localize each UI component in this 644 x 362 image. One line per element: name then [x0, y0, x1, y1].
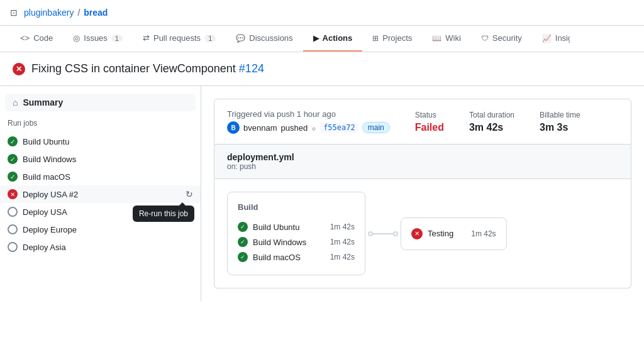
billing-value: 3m 3s	[540, 122, 580, 133]
connector-right-circle	[393, 231, 398, 236]
flow-job-time: 1m 42s	[330, 222, 355, 231]
success-icon: ✓	[238, 237, 248, 247]
flow-job-name: Build macOS	[253, 253, 301, 262]
job-name: Build macOS	[23, 172, 70, 182]
fail-icon: ✕	[8, 189, 18, 199]
nav-tabs: <> Code ◎ Issues 1 ⇄ Pull requests 1 💬 D…	[0, 26, 644, 52]
duration-value: 3m 42s	[469, 122, 514, 133]
tab-insights[interactable]: 📈 Insights	[532, 26, 570, 52]
flow-job-time: 1m 42s	[330, 253, 355, 261]
tab-issues[interactable]: ◎ Issues 1	[63, 26, 133, 52]
skip-icon	[8, 224, 18, 234]
code-icon: <>	[20, 33, 30, 43]
skip-icon	[8, 242, 18, 252]
rerun-icon[interactable]: ↻	[186, 189, 193, 199]
job-item-deploy-asia[interactable]: Deploy Asia	[0, 238, 201, 256]
test-fail-icon: ✕	[411, 228, 423, 239]
connector-line	[370, 233, 396, 234]
connector-left-circle	[368, 231, 373, 236]
job-name: Build Windows	[23, 155, 76, 164]
home-icon: ⌂	[13, 97, 18, 107]
job-item-deploy-usa-2[interactable]: ✕ Deploy USA #2 ↻ Re-run this job	[0, 185, 201, 203]
skip-icon	[8, 207, 18, 217]
repo-icon: ⊡	[10, 8, 18, 18]
flow-job-name: Build Ubuntu	[253, 222, 299, 232]
security-icon: 🛡	[481, 34, 489, 43]
pr-link[interactable]: #124	[239, 62, 264, 75]
page-header: ✕ Fixing CSS in container ViewComponent …	[0, 52, 644, 86]
push-info: B bvennam pushed ⬦ f55ea72 main	[227, 121, 390, 134]
rerun-tooltip: Re-run this job	[133, 206, 194, 222]
fail-status-icon: ✕	[13, 63, 25, 75]
workflow-trigger: on: push	[227, 162, 618, 171]
repo-slash: /	[77, 8, 80, 18]
trigger-col-push: Triggered via push 1 hour ago B bvennam …	[227, 109, 390, 134]
job-name: Deploy USA #2	[23, 190, 78, 199]
job-item-build-ubuntu[interactable]: ✓ Build Ubuntu	[0, 133, 201, 150]
test-node-name: Testing	[428, 229, 453, 238]
top-bar: ⊡ pluginbakery / bread	[0, 0, 644, 26]
pull-requests-icon: ⇄	[143, 33, 150, 43]
sidebar-summary-item[interactable]: ⌂ Summary	[5, 94, 196, 111]
flow-job-name: Build Windows	[253, 238, 306, 247]
flow-job-build-windows: ✓ Build Windows 1m 42s	[238, 234, 355, 250]
success-icon: ✓	[8, 172, 18, 182]
content-area: Triggered via push 1 hour ago B bvennam …	[201, 86, 644, 301]
commit-hash[interactable]: f55ea72	[320, 123, 358, 133]
discussions-icon: 💬	[236, 34, 245, 43]
tab-actions[interactable]: ▶ Actions	[303, 26, 363, 52]
tab-projects[interactable]: ⊞ Projects	[362, 26, 422, 52]
tab-pull-requests[interactable]: ⇄ Pull requests 1	[133, 26, 226, 52]
sidebar: ⌂ Summary Run jobs ✓ Build Ubuntu ✓ Buil…	[0, 86, 201, 301]
run-jobs-label: Run jobs	[0, 116, 201, 133]
flow-job-build-macos: ✓ Build macOS 1m 42s	[238, 250, 355, 265]
workflow-header: deployment.yml on: push	[214, 145, 631, 179]
repo-name-link[interactable]: bread	[84, 8, 108, 18]
tab-wiki[interactable]: 📖 Wiki	[422, 26, 471, 52]
success-icon: ✓	[238, 252, 248, 262]
main-layout: ⌂ Summary Run jobs ✓ Build Ubuntu ✓ Buil…	[0, 86, 644, 301]
tab-discussions[interactable]: 💬 Discussions	[226, 26, 303, 52]
job-item-build-macos[interactable]: ✓ Build macOS	[0, 168, 201, 185]
success-icon: ✓	[8, 136, 18, 146]
job-name: Build Ubuntu	[23, 137, 69, 146]
job-name: Deploy Europe	[23, 225, 77, 234]
flow-node-testing: ✕ Testing 1m 42s	[401, 217, 507, 250]
projects-icon: ⊞	[372, 34, 379, 43]
wiki-icon: 📖	[432, 34, 441, 43]
sidebar-summary-label: Summary	[23, 97, 63, 107]
flow-job-time: 1m 42s	[330, 238, 355, 246]
job-name: Deploy USA	[23, 207, 67, 217]
status-label: Status	[415, 111, 444, 119]
status-value: Failed	[415, 122, 444, 133]
trigger-col-billing: Billable time 3m 3s	[540, 111, 580, 133]
billing-label: Billable time	[540, 111, 580, 119]
test-node-time: 1m 42s	[471, 229, 496, 238]
workflow-section: deployment.yml on: push Build ✓ Build Ub…	[214, 145, 631, 288]
tab-code[interactable]: <> Code	[10, 26, 63, 52]
issues-icon: ◎	[73, 33, 80, 43]
commit-arrow-icon: ⬦	[311, 123, 316, 133]
job-item-build-windows[interactable]: ✓ Build Windows	[0, 150, 201, 168]
duration-label: Total duration	[469, 111, 514, 119]
page-title: Fixing CSS in container ViewComponent #1…	[31, 62, 264, 75]
flow-job-build-ubuntu: ✓ Build Ubuntu 1m 42s	[238, 219, 355, 234]
trigger-info: Triggered via push 1 hour ago B bvennam …	[214, 99, 631, 145]
pushed-text: pushed	[280, 123, 308, 133]
trigger-col-duration: Total duration 3m 42s	[469, 111, 514, 133]
success-icon: ✓	[8, 154, 18, 164]
repo-owner-link[interactable]: pluginbakery	[24, 8, 74, 18]
flow-node-title: Build	[238, 202, 355, 212]
flow-connector	[365, 233, 401, 234]
job-item-deploy-europe[interactable]: Deploy Europe	[0, 221, 201, 238]
trigger-col-status: Status Failed	[415, 111, 444, 133]
pusher-name: bvennam	[243, 123, 277, 133]
job-name: Deploy Asia	[23, 243, 66, 252]
avatar: B	[227, 121, 240, 134]
workflow-filename: deployment.yml	[227, 152, 618, 162]
tab-security[interactable]: 🛡 Security	[471, 26, 532, 52]
trigger-text: Triggered via push 1 hour ago	[227, 109, 390, 119]
branch-badge[interactable]: main	[362, 122, 390, 133]
success-icon: ✓	[238, 222, 248, 232]
flow-node-build: Build ✓ Build Ubuntu 1m 42s ✓ Build Wind…	[227, 192, 365, 275]
